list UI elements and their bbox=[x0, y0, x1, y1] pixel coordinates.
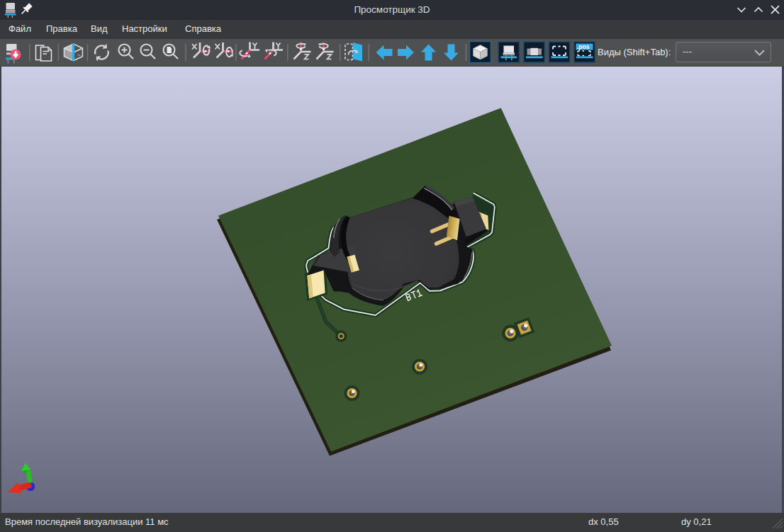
svg-text:.pos: .pos bbox=[577, 43, 590, 50]
